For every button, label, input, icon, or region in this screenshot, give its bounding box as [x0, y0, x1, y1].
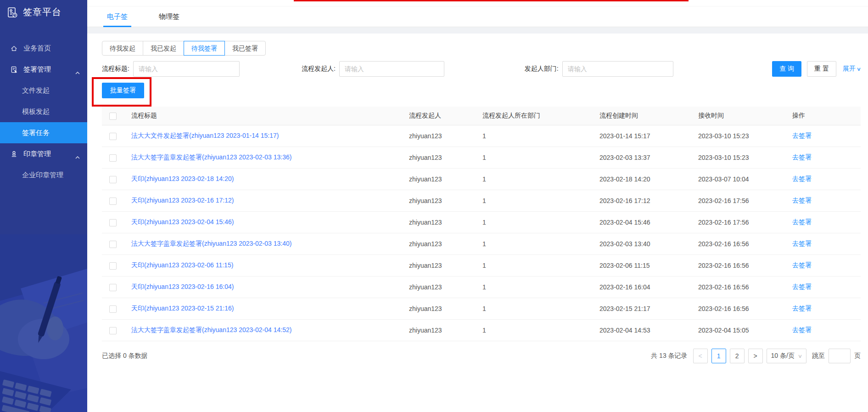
go-sign-link[interactable]: 去签署 [792, 305, 812, 312]
batch-sign-button[interactable]: 批量签署 [102, 83, 144, 98]
sidebar-item-template-initiate[interactable]: 模板发起 [0, 101, 87, 122]
select-all-checkbox[interactable] [109, 113, 117, 120]
page-unit-label: 页 [854, 352, 861, 360]
gray-divider-band [87, 27, 868, 34]
go-sign-link[interactable]: 去签署 [792, 283, 812, 290]
dept-cell: 1 [475, 233, 592, 255]
query-button[interactable]: 查 询 [772, 61, 801, 77]
table-header-row: 流程标题 流程发起人 流程发起人所在部门 流程创建时间 接收时间 操作 [102, 107, 861, 125]
page-size-value: 10 条/页 [771, 352, 795, 360]
dept-cell: 1 [475, 298, 592, 320]
row-checkbox[interactable] [109, 284, 117, 291]
row-checkbox[interactable] [109, 133, 117, 140]
process-title-link[interactable]: 天印(zhiyuan123 2023-02-06 11:15) [131, 261, 233, 269]
table-footer: 已选择 0 条数据 共 13 条记录 < 1 2 > 10 条/页 ∨ 跳至 页 [102, 341, 861, 363]
seal-platform-logo-icon [6, 6, 18, 18]
initiator-cell: zhiyuan123 [402, 125, 475, 147]
tab-bar: 电子签 物理签 [87, 6, 868, 27]
jump-to-page-input[interactable] [829, 349, 851, 363]
app-root: 签章平台 业务首页 [0, 0, 868, 412]
process-title-label: 流程标题: [102, 65, 129, 73]
go-sign-link[interactable]: 去签署 [792, 132, 812, 139]
created-time-cell: 2023-02-04 14:53 [592, 320, 691, 341]
received-time-cell: 2023-02-16 16:56 [691, 233, 785, 255]
process-title-input[interactable] [133, 61, 240, 77]
subtab-signed[interactable]: 我已签署 [224, 41, 266, 56]
row-checkbox[interactable] [109, 176, 117, 183]
reset-button[interactable]: 重 置 [807, 61, 836, 77]
home-icon [10, 45, 18, 52]
sidebar-item-sign-management[interactable]: 签署管理 [0, 59, 87, 80]
row-checkbox[interactable] [109, 241, 117, 248]
sidebar-item-label: 印章管理 [23, 150, 51, 158]
received-time-cell: 2023-03-10 15:23 [691, 147, 785, 169]
subtab-initiated[interactable]: 我已发起 [143, 41, 184, 56]
initiator-dept-label: 发起人部门: [525, 65, 559, 73]
dept-cell: 1 [475, 147, 592, 169]
sidebar-item-label: 文件发起 [22, 86, 50, 95]
initiator-cell: zhiyuan123 [402, 169, 475, 190]
process-title-link[interactable]: 天印(zhiyuan123 2023-02-16 17:12) [131, 197, 234, 204]
go-sign-link[interactable]: 去签署 [792, 326, 812, 333]
received-time-cell: 2023-02-16 16:56 [691, 298, 785, 320]
initiator-dept-input[interactable] [562, 61, 673, 77]
sidebar-decorative-photo [0, 234, 87, 412]
go-sign-link[interactable]: 去签署 [792, 261, 812, 269]
process-title-link[interactable]: 天印(zhiyuan123 2023-02-16 16:04) [131, 283, 234, 290]
row-checkbox[interactable] [109, 154, 117, 162]
process-table: 流程标题 流程发起人 流程发起人所在部门 流程创建时间 接收时间 操作 法大大文… [102, 107, 861, 341]
table-row: 天印(zhiyuan123 2023-02-16 17:12) zhiyuan1… [102, 190, 861, 212]
prev-page-button[interactable]: < [693, 349, 708, 363]
expand-link[interactable]: 展开 ∨ [843, 65, 861, 73]
process-title-link[interactable]: 法大大签字盖章发起签署(zhiyuan123 2023-02-03 13:40) [131, 240, 291, 247]
sidebar-item-sign-tasks[interactable]: 签署任务 [0, 122, 87, 143]
received-time-cell: 2023-02-16 17:56 [691, 212, 785, 233]
received-time-cell: 2023-03-07 10:04 [691, 169, 785, 190]
process-title-link[interactable]: 法大大文件发起签署(zhiyuan123 2023-01-14 15:17) [131, 132, 279, 139]
chevron-up-icon [75, 68, 80, 76]
sidebar-item-file-initiate[interactable]: 文件发起 [0, 80, 87, 101]
tab-electronic-sign[interactable]: 电子签 [107, 6, 128, 27]
page-button-1[interactable]: 1 [711, 349, 726, 363]
subtab-pending-sign[interactable]: 待我签署 [184, 41, 225, 56]
page-button-2[interactable]: 2 [730, 349, 745, 363]
tab-physical-sign[interactable]: 物理签 [159, 6, 179, 27]
row-checkbox[interactable] [109, 262, 117, 270]
go-sign-link[interactable]: 去签署 [792, 197, 812, 204]
created-time-cell: 2023-02-16 16:04 [592, 277, 691, 298]
go-sign-link[interactable]: 去签署 [792, 218, 812, 226]
process-title-link[interactable]: 法大大签字盖章发起签署(zhiyuan123 2023-02-03 13:36) [131, 153, 291, 161]
batch-sign-row: 批量签署 [102, 83, 861, 98]
row-checkbox[interactable] [109, 327, 117, 334]
sidebar-item-label: 模板发起 [22, 107, 50, 116]
app-title: 签章平台 [23, 6, 62, 18]
chevron-down-icon: ∨ [798, 353, 802, 359]
row-checkbox[interactable] [109, 198, 117, 205]
sidebar-item-business-home[interactable]: 业务首页 [0, 38, 87, 59]
process-title-link[interactable]: 天印(zhiyuan123 2023-02-15 21:16) [131, 305, 234, 312]
process-title-link[interactable]: 天印(zhiyuan123 2023-02-04 15:46) [131, 218, 234, 226]
row-checkbox[interactable] [109, 219, 117, 226]
process-title-link[interactable]: 天印(zhiyuan123 2023-02-18 14:20) [131, 175, 234, 182]
column-header-received-time: 接收时间 [691, 107, 785, 125]
sidebar-item-seal-management[interactable]: 印章管理 [0, 143, 87, 164]
go-sign-link[interactable]: 去签署 [792, 153, 812, 161]
process-initiator-input[interactable] [339, 61, 444, 77]
column-header-action: 操作 [785, 107, 861, 125]
dept-cell: 1 [475, 212, 592, 233]
sidebar-item-label: 企业印章管理 [22, 171, 63, 180]
go-sign-link[interactable]: 去签署 [792, 240, 812, 247]
subtab-pending-initiate[interactable]: 待我发起 [102, 41, 143, 56]
go-sign-link[interactable]: 去签署 [792, 175, 812, 182]
page-size-select[interactable]: 10 条/页 ∨ [767, 349, 806, 363]
received-time-cell: 2023-03-10 15:23 [691, 125, 785, 147]
next-page-button[interactable]: > [748, 349, 763, 363]
column-header-initiator-dept: 流程发起人所在部门 [475, 107, 592, 125]
sidebar-item-enterprise-seal[interactable]: 企业印章管理 [0, 164, 87, 186]
initiator-cell: zhiyuan123 [402, 190, 475, 212]
row-checkbox[interactable] [109, 305, 117, 313]
process-title-link[interactable]: 法大大签字盖章发起签署(zhiyuan123 2023-02-04 14:52) [131, 326, 291, 333]
dept-cell: 1 [475, 255, 592, 277]
dept-cell: 1 [475, 125, 592, 147]
main-panel: 待我发起 我已发起 待我签署 我已签署 流程标题: 流程发起人: 发起人部门: [87, 34, 868, 363]
